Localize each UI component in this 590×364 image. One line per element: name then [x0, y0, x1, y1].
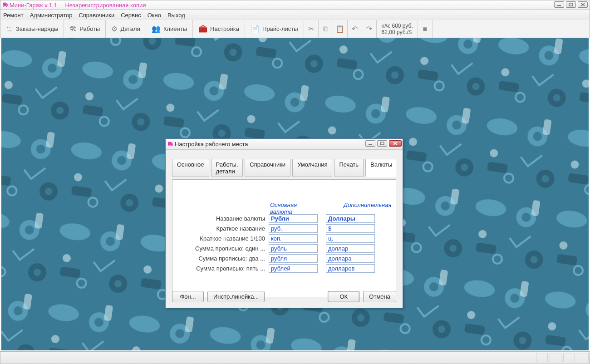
tab-ref[interactable]: Справочники [245, 159, 290, 177]
tb-jobs[interactable]: 🛠Работы [64, 20, 106, 38]
main-titlebar: ⛟ Мини-Гараж v.1.1 Незарегистрированная … [0, 0, 590, 10]
tb-pricelists[interactable]: 📄Прайс-листы [245, 20, 304, 38]
menu-window[interactable]: Окно [148, 12, 161, 19]
ok-button[interactable]: ОК [328, 291, 359, 302]
main-currency-input[interactable] [269, 234, 318, 243]
row-label: Сумма прописью: пять ... [178, 265, 269, 272]
main-currency-input[interactable] [269, 254, 318, 263]
tb-copy[interactable]: ⧉ [319, 20, 333, 38]
tb-pricelists-label: Прайс-листы [262, 25, 298, 32]
tab-currencies[interactable]: Валюты [365, 159, 397, 177]
tb-clients-label: Клиенты [163, 25, 187, 32]
dialog-app-icon: ⛟ [167, 141, 173, 148]
tab-defaults[interactable]: Умолчания [292, 159, 332, 177]
menu-ref[interactable]: Справочники [79, 12, 114, 19]
row-label: Название валюты [178, 215, 269, 222]
book-icon: ■ [423, 25, 427, 33]
dialog-body: Основное Работы, детали Справочники Умол… [166, 150, 403, 308]
row-label: Краткое название [178, 225, 269, 232]
background-button[interactable]: Фон... [172, 291, 204, 302]
dialog-window-controls [365, 140, 402, 147]
menu-service[interactable]: Сервис [121, 12, 141, 19]
tb-cut[interactable]: ✂ [304, 20, 319, 38]
maximize-button[interactable] [566, 1, 576, 8]
main-currency-input[interactable] [269, 244, 318, 253]
list-icon: 📄 [251, 25, 260, 33]
dialog-maximize-button[interactable] [377, 140, 387, 147]
app-subtitle: Незарегистрированная копия [65, 2, 146, 9]
people-icon: 👥 [152, 25, 161, 33]
paste-icon: 📋 [335, 25, 344, 33]
tab-jobs-parts[interactable]: Работы, детали [211, 159, 243, 177]
main-currency-input[interactable] [269, 214, 318, 223]
rate-line1: н/ч: 600 руб. [382, 23, 413, 29]
main-window-controls [554, 1, 588, 8]
folder-icon: 🗂 [6, 25, 13, 33]
menu-exit[interactable]: Выход [167, 12, 185, 19]
currency-row: Краткое название [178, 223, 390, 233]
tab-panel-currencies: Основная валюта Дополнительная Название … [172, 179, 396, 297]
row-label: Краткое название 1/100 [178, 235, 269, 242]
dialog-minimize-button[interactable] [365, 140, 375, 147]
menu-repair[interactable]: Ремонт [3, 12, 24, 19]
tab-main[interactable]: Основное [172, 159, 209, 177]
undo-icon: ↶ [352, 25, 358, 33]
copy-icon: ⧉ [323, 25, 328, 33]
main-currency-input[interactable] [269, 264, 318, 273]
currency-row: Краткое название 1/100 [178, 233, 390, 243]
toolbar: 🗂Заказы-наряды 🛠Работы ⚙Детали 👥Клиенты … [0, 20, 590, 38]
close-button[interactable] [578, 1, 588, 8]
ruler-button[interactable]: Инстр.линейка... [207, 291, 265, 302]
col-main-currency: Основная валюта [270, 202, 319, 215]
tb-jobs-label: Работы [79, 25, 100, 32]
tb-settings-label: Настройка [210, 25, 239, 32]
currency-row: Сумма прописью: два ... [178, 253, 390, 263]
tb-parts[interactable]: ⚙Детали [106, 20, 146, 38]
rate-box: н/ч: 600 руб. 62,00 руб./$ [377, 20, 418, 38]
tab-print[interactable]: Печать [334, 159, 364, 177]
extra-currency-input[interactable] [326, 234, 375, 243]
tb-redo[interactable]: ↷ [362, 20, 377, 38]
gear-icon: ⚙ [111, 25, 118, 33]
extra-currency-input[interactable] [326, 254, 375, 263]
wrench-icon: 🛠 [69, 25, 77, 33]
scissors-icon: ✂ [308, 25, 314, 33]
extra-currency-input[interactable] [326, 214, 375, 223]
app-title: Мини-Гараж v.1.1 [10, 2, 57, 9]
tb-orders[interactable]: 🗂Заказы-наряды [0, 20, 64, 38]
row-label: Сумма прописью: два ... [178, 255, 269, 262]
tb-clients[interactable]: 👥Клиенты [146, 20, 193, 38]
extra-currency-input[interactable] [326, 244, 375, 253]
svg-rect-16 [380, 142, 384, 145]
tb-settings[interactable]: 🧰Настройка [193, 20, 245, 38]
dialog-title: Настройка рабочего места [175, 141, 248, 148]
tb-undo[interactable]: ↶ [348, 20, 362, 38]
tb-orders-label: Заказы-наряды [16, 25, 58, 32]
extra-currency-input[interactable] [326, 224, 375, 233]
status-grip [536, 353, 589, 362]
redo-icon: ↷ [366, 25, 372, 33]
currency-row: Сумма прописью: один ... [178, 243, 390, 253]
svg-rect-1 [569, 3, 573, 6]
tb-extra[interactable]: ■ [418, 20, 433, 38]
dialog-close-button[interactable] [389, 140, 402, 147]
col-extra-currency: Дополнительная [344, 202, 393, 215]
main-currency-input[interactable] [269, 224, 318, 233]
statusbar [0, 351, 590, 364]
dialog-titlebar: ⛟ Настройка рабочего места [166, 139, 403, 150]
dialog-footer: Фон... Инстр.линейка... ОК Отмена [172, 291, 396, 302]
currency-row: Сумма прописью: пять ... [178, 263, 390, 273]
tb-parts-label: Детали [120, 25, 140, 32]
app-icon: ⛟ [2, 2, 8, 8]
menu-admin[interactable]: Администратор [30, 12, 73, 19]
settings-dialog: ⛟ Настройка рабочего места Основное Рабо… [165, 138, 403, 308]
workspace: ⛟ Настройка рабочего места Основное Рабо… [1, 38, 589, 350]
minimize-button[interactable] [554, 1, 564, 8]
tools-icon: 🧰 [198, 25, 207, 33]
dialog-tabs: Основное Работы, детали Справочники Умол… [172, 159, 396, 177]
cancel-button[interactable]: Отмена [363, 291, 396, 302]
rate-line2: 62,00 руб./$ [382, 29, 413, 35]
extra-currency-input[interactable] [326, 264, 375, 273]
tb-paste[interactable]: 📋 [333, 20, 348, 38]
row-label: Сумма прописью: один ... [178, 245, 269, 252]
